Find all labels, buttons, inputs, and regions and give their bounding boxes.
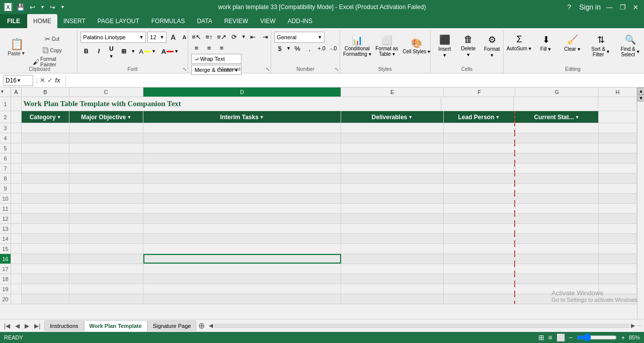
cell-h3[interactable] [599,123,637,133]
cell-e7[interactable] [341,163,444,173]
clear-dropdown[interactable]: ▼ [577,47,581,52]
cell-d2-tasks[interactable]: Interim Tasks ▼ [143,111,341,123]
cell-h18[interactable] [599,274,637,284]
cell-d11[interactable] [143,204,341,213]
delete-button[interactable]: 🗑 Delete ▼ [457,32,479,60]
cell-styles-button[interactable]: 🎨 Cell Styles ▾ [403,32,431,60]
tab-home[interactable]: HOME [27,14,57,28]
cell-f9[interactable] [444,184,515,193]
format-painter-button[interactable]: 🖌 Format Painter [30,57,74,67]
cell-h1[interactable] [598,97,637,111]
tab-formulas[interactable]: FORMULAS [145,14,191,28]
select-all-button[interactable]: ▼ [0,89,5,94]
cell-d12[interactable] [143,214,341,223]
cell-g6[interactable] [515,153,599,163]
cell-reference-box[interactable]: D16 ▼ [3,75,33,86]
cell-b3[interactable] [22,123,69,133]
cell-e16[interactable] [341,254,444,264]
cell-e9[interactable] [341,184,444,193]
add-sheet-button[interactable]: ⊕ [198,321,205,330]
cell-c6[interactable] [69,153,143,163]
col-header-e[interactable]: E [341,88,444,97]
cell-b1[interactable]: Work Plan Table Template with Companion … [22,97,441,111]
cell-h4[interactable] [599,133,637,143]
row-header-1[interactable]: 1 [0,97,11,111]
cell-c9[interactable] [69,184,143,193]
cell-b12[interactable] [22,214,69,223]
border-button[interactable]: ⊞ [118,46,129,56]
cell-a4[interactable] [11,133,22,143]
row-header-16[interactable]: 16 [0,254,11,264]
cell-a7[interactable] [11,163,22,173]
cell-g3[interactable] [515,123,599,133]
insert-function-button[interactable]: fx [55,77,60,84]
cell-g8[interactable] [515,174,599,183]
format-dropdown[interactable]: ▼ [490,53,494,58]
cell-d13[interactable] [143,224,341,233]
cell-a16[interactable] [11,254,22,264]
cell-h12[interactable] [599,214,637,223]
cell-a3[interactable] [11,123,22,133]
horizontal-scroll-track[interactable] [215,324,629,328]
cell-h14[interactable] [599,234,637,243]
row-header-3[interactable]: 3 [0,123,11,133]
cell-d18[interactable] [143,274,341,284]
cell-a5[interactable] [11,143,22,153]
cell-h9[interactable] [599,184,637,193]
cell-g15[interactable] [515,244,599,253]
cell-h2[interactable] [599,111,637,123]
cell-f6[interactable] [444,153,515,163]
cell-a12[interactable] [11,214,22,223]
font-grow-button[interactable]: A [168,32,178,42]
tasks-filter[interactable]: ▼ [260,115,264,120]
cell-a14[interactable] [11,234,22,243]
col-header-c[interactable]: C [69,88,143,97]
cell-a19[interactable] [11,284,22,294]
cell-f3[interactable] [444,123,515,133]
row-header-10[interactable]: 10 [0,194,11,203]
cell-e5[interactable] [341,143,444,153]
comma-button[interactable]: , [304,44,315,53]
percent-button[interactable]: % [292,44,303,53]
cell-g19[interactable] [515,284,599,294]
zoom-level[interactable]: 85% [629,334,640,340]
cell-a11[interactable] [11,204,22,213]
cell-e14[interactable] [341,234,444,243]
cell-c7[interactable] [69,163,143,173]
insert-button[interactable]: ⬛ Insert ▼ [434,32,456,60]
row-header-17[interactable]: 17 [0,264,11,274]
wrap-text-button[interactable]: ⤾ Wrap Text [191,54,242,64]
font-color-button[interactable]: A ▼ [159,46,181,56]
cell-g5[interactable] [515,143,599,153]
cell-g1[interactable] [514,97,598,111]
cell-a10[interactable] [11,194,22,203]
cell-h10[interactable] [599,194,637,203]
cell-g12[interactable] [515,214,599,223]
row-header-5[interactable]: 5 [0,143,11,153]
font-size-box[interactable]: 12 ▼ [147,32,167,43]
cell-d15[interactable] [143,244,341,253]
deliverables-filter[interactable]: ▼ [408,115,413,120]
tab-file[interactable]: FILE [0,14,27,28]
row-header-14[interactable]: 14 [0,234,11,243]
autosum-button[interactable]: Σ AutoSum ▼ [507,32,532,60]
zoom-in-button[interactable]: + [621,334,625,341]
cell-h7[interactable] [599,163,637,173]
cell-e12[interactable] [341,214,444,223]
cell-e2-deliverables[interactable]: Deliverables ▼ [341,111,444,123]
cell-e10[interactable] [341,194,444,203]
format-button[interactable]: ⚙ Format ▼ [481,32,503,60]
align-top-center-button[interactable]: ≡↑ [204,32,215,42]
fill-button[interactable]: ⬇ Fill ▼ [533,32,558,60]
cell-b20[interactable] [22,294,69,304]
cell-a13[interactable] [11,224,22,233]
cell-d3[interactable] [143,123,341,133]
cell-e3[interactable] [341,123,444,133]
row-header-11[interactable]: 11 [0,204,11,213]
undo-dropdown[interactable]: ▼ [39,4,46,11]
cell-a15[interactable] [11,244,22,253]
cell-f13[interactable] [444,224,515,233]
cell-d7[interactable] [143,163,341,173]
cell-g16[interactable] [515,254,599,264]
cell-f17[interactable] [444,264,515,274]
